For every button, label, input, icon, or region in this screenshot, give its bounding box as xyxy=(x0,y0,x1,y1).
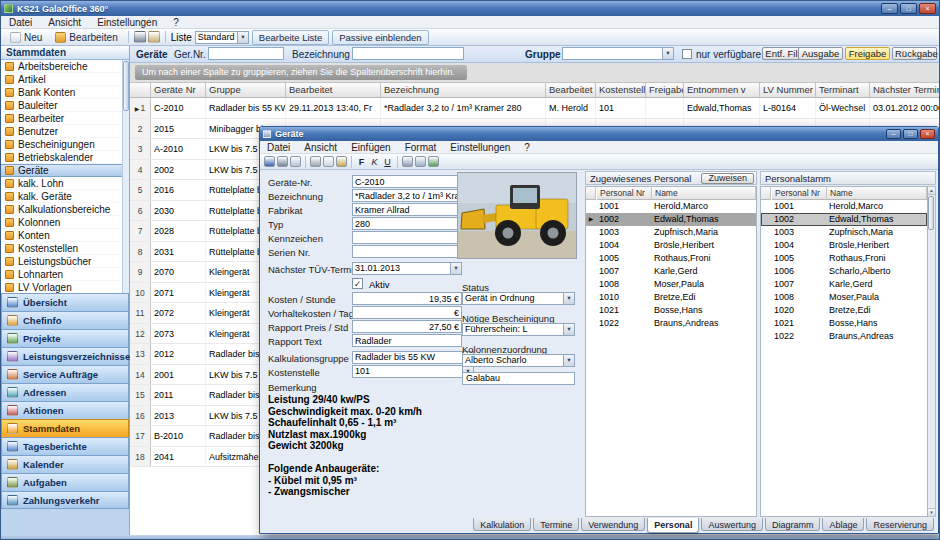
maximize-icon[interactable]: □ xyxy=(900,3,917,14)
tab-ablage[interactable]: Ablage xyxy=(822,518,864,531)
menu-item-datei[interactable]: Datei xyxy=(260,141,297,154)
personal-row[interactable]: 1003Zupfnisch,Maria xyxy=(586,226,756,239)
personal-row[interactable]: 1006Scharlo,Alberto xyxy=(761,265,927,278)
sidebar-item-artikel[interactable]: Artikel xyxy=(1,73,122,86)
group-panel[interactable]: Um nach einer Spalte zu gruppieren, zieh… xyxy=(130,63,940,83)
column-header-bearbeitet[interactable]: Bearbeitet xyxy=(286,83,381,98)
field-input[interactable] xyxy=(352,245,462,258)
nav-button-projekte[interactable]: Projekte xyxy=(1,329,129,347)
cut-icon[interactable] xyxy=(310,156,321,167)
tab-termine[interactable]: Termine xyxy=(533,518,579,531)
column-header-kostenstelle[interactable]: Kostenstelle xyxy=(596,83,646,98)
personal-row[interactable]: 1004Brösle,Heribert xyxy=(586,239,756,252)
save-icon[interactable] xyxy=(264,156,275,167)
nav-button-stammdaten[interactable]: Stammdaten xyxy=(1,419,129,437)
sidebar-item-kolonnen[interactable]: Kolonnen xyxy=(1,216,122,229)
paste-icon[interactable] xyxy=(336,156,347,167)
menu-item-ansicht[interactable]: Ansicht xyxy=(40,16,89,29)
status-combo[interactable]: Gerät in Ordnung ▼ xyxy=(462,292,575,305)
personal-row[interactable]: 1022Brauns,Andreas xyxy=(586,317,756,330)
sidebar-item-arbeitsbereiche[interactable]: Arbeitsbereiche xyxy=(1,60,122,73)
nav-button-tagesberichte[interactable]: Tagesberichte xyxy=(1,437,129,455)
sidebar-item-geräte[interactable]: Geräte xyxy=(1,164,122,177)
sidebar-item-kalk-geräte[interactable]: kalk. Geräte xyxy=(1,190,122,203)
field-input[interactable] xyxy=(352,306,462,319)
column-header[interactable]: Personal Nr xyxy=(772,187,827,200)
tab-reservierung[interactable]: Reservierung xyxy=(866,518,934,531)
nav-button-adressen[interactable]: Adressen xyxy=(1,383,129,401)
personal-row[interactable]: 1004Brösle,Heribert xyxy=(761,239,927,252)
minimize-icon[interactable]: – xyxy=(881,3,898,14)
close-icon[interactable]: × xyxy=(919,3,936,14)
bemerkung-text[interactable]: Leistung 29/40 kw/PS Geschwindigkeit max… xyxy=(268,394,576,512)
sidebar-item-bank-konten[interactable]: Bank Konten xyxy=(1,86,122,99)
column-header[interactable]: Name xyxy=(652,187,756,200)
print-icon[interactable] xyxy=(134,31,146,43)
personal-row[interactable]: 1022Brauns,Andreas xyxy=(761,330,927,343)
bescheinigung-combo[interactable]: Führerschein: L ▼ xyxy=(462,323,575,336)
personal-row[interactable]: ▶1002Edwald,Thomas xyxy=(586,213,756,226)
menu-item-einstellungen[interactable]: Einstellungen xyxy=(443,141,517,154)
sidebar-item-konten[interactable]: Konten xyxy=(1,229,122,242)
sidebar-item-bauleiter[interactable]: Bauleiter xyxy=(1,99,122,112)
menu-item-ansicht[interactable]: Ansicht xyxy=(297,141,344,154)
personal-row[interactable]: 1005Rothaus,Froni xyxy=(761,252,927,265)
menu-item-datei[interactable]: Datei xyxy=(1,16,40,29)
menu-item--[interactable]: ? xyxy=(517,141,537,154)
list-icon[interactable] xyxy=(402,156,413,167)
sidebar-item-kalk-lohn[interactable]: kalk. Lohn xyxy=(1,177,122,190)
new-button[interactable]: Neu xyxy=(5,31,47,44)
field-input[interactable] xyxy=(352,203,462,216)
menu-item-einstellungen[interactable]: Einstellungen xyxy=(89,16,165,29)
underline-icon[interactable]: U xyxy=(382,156,393,167)
print-preview-icon[interactable] xyxy=(290,156,301,167)
personal-row[interactable]: 1001Herold,Marco xyxy=(761,200,927,213)
mail-icon[interactable] xyxy=(148,31,160,43)
personal-row[interactable]: 1001Herold,Marco xyxy=(586,200,756,213)
scrollbar-thumb[interactable] xyxy=(928,196,934,230)
gernr-input[interactable] xyxy=(208,47,284,60)
nav-button-zahlungsverkehr[interactable]: Zahlungsverkehr xyxy=(1,491,129,509)
sidebar-item-lv-vorlagen[interactable]: LV Vorlagen xyxy=(1,281,122,293)
field-input[interactable] xyxy=(352,231,462,244)
column-header-nächster-termin[interactable]: Nächster Termin xyxy=(870,83,940,98)
field-combo[interactable]: 101▼ xyxy=(352,365,474,378)
field-input[interactable] xyxy=(352,292,462,305)
personal-row[interactable]: 1008Moser,Paula xyxy=(761,291,927,304)
field-combo[interactable]: Radlader bis 55 KW▼ xyxy=(352,351,474,364)
table-icon[interactable] xyxy=(415,156,426,167)
field-input[interactable] xyxy=(352,175,462,188)
passive-einblenden-button[interactable]: Passive einblenden xyxy=(332,30,428,45)
personal-row[interactable]: 1021Bosse,Hans xyxy=(761,317,927,330)
field-input[interactable] xyxy=(352,320,462,333)
nav-button-chefinfo[interactable]: Chefinfo xyxy=(1,311,129,329)
personal-row[interactable]: 1008Moser,Paula xyxy=(586,278,756,291)
aktiv-checkbox[interactable]: ✓ xyxy=(352,278,363,289)
sidebar-item-benutzer[interactable]: Benutzer xyxy=(1,125,122,138)
stamm-scrollbar[interactable]: ▲ ▼ xyxy=(928,186,936,517)
menu-item-einfügen[interactable]: Einfügen xyxy=(344,141,397,154)
sidebar-item-bescheinigungen[interactable]: Bescheinigungen xyxy=(1,138,122,151)
column-header[interactable]: Personal Nr xyxy=(597,187,652,200)
field-input[interactable] xyxy=(352,217,462,230)
sidebar-item-kostenstellen[interactable]: Kostenstellen xyxy=(1,242,122,255)
edit-button[interactable]: Bearbeiten xyxy=(50,31,122,44)
menu-item-format[interactable]: Format xyxy=(398,141,444,154)
minimize-icon[interactable]: – xyxy=(886,129,901,139)
column-header[interactable]: Name xyxy=(827,187,927,200)
chart-icon[interactable] xyxy=(428,156,439,167)
column-header-entnommen-v[interactable]: Entnommen v xyxy=(684,83,760,98)
column-header-lv-nummer[interactable]: LV Nummer xyxy=(760,83,816,98)
italic-icon[interactable]: K xyxy=(369,156,380,167)
nav-button-aktionen[interactable]: Aktionen xyxy=(1,401,129,419)
personal-row[interactable]: 1010Bretze,Edi xyxy=(586,291,756,304)
bezeichnung-input[interactable] xyxy=(352,47,464,60)
personal-row[interactable]: 1020Bretze,Edi xyxy=(761,304,927,317)
tab-diagramm[interactable]: Diagramm xyxy=(765,518,821,531)
freigabe-button[interactable]: Freigabe xyxy=(845,47,890,60)
sidebar-item-betriebskalender[interactable]: Betriebskalender xyxy=(1,151,122,164)
bold-icon[interactable]: F xyxy=(356,156,367,167)
copy-icon[interactable] xyxy=(323,156,334,167)
rueckgabe-button[interactable]: Rückgabe xyxy=(892,47,937,60)
maximize-icon[interactable]: □ xyxy=(903,129,918,139)
